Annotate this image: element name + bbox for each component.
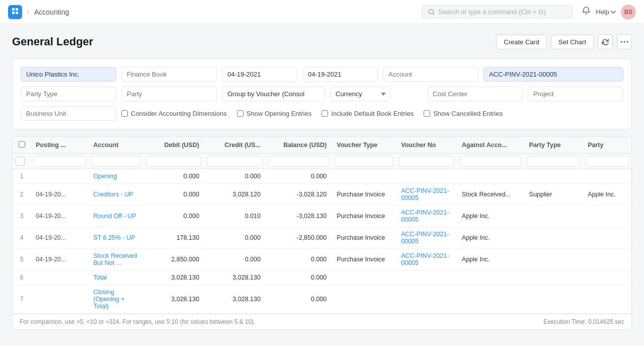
row-debit: 0.000 bbox=[143, 169, 204, 184]
show-cancelled-checkbox[interactable] bbox=[424, 110, 430, 117]
row-voucher-no[interactable] bbox=[396, 270, 457, 285]
company-filter[interactable] bbox=[21, 67, 116, 82]
checkbox-row: Consider Accounting Dimensions Show Open… bbox=[121, 106, 623, 121]
row-debit: 0.000 bbox=[143, 205, 204, 227]
filter-voucher-type-input[interactable] bbox=[335, 156, 393, 167]
to-date-filter[interactable] bbox=[302, 67, 378, 82]
show-cancelled-checkbox-label[interactable]: Show Cancelled Entries bbox=[424, 110, 503, 117]
row-account[interactable]: ST 6.25% - UP bbox=[89, 227, 144, 249]
table-row: 6 Total 3,028.130 3,028.130 0.000 bbox=[13, 270, 631, 285]
business-unit-filter[interactable] bbox=[21, 106, 116, 121]
filter-voucher-no-input[interactable] bbox=[399, 156, 454, 167]
row-credit: 0.000 bbox=[204, 169, 266, 184]
row-party bbox=[583, 169, 631, 184]
row-voucher-no[interactable]: ACC-PINV-2021-00005 bbox=[396, 184, 457, 205]
row-credit: 3,028.130 bbox=[204, 270, 266, 285]
col-credit: Credit (US... bbox=[204, 137, 266, 154]
currency-filter[interactable]: Currency bbox=[330, 87, 390, 101]
global-search[interactable]: Search or type a command (Ctrl + G) bbox=[422, 5, 573, 19]
select-all-checkbox[interactable] bbox=[19, 141, 25, 148]
svg-point-5 bbox=[621, 41, 622, 43]
filter-voucher-no-col bbox=[396, 154, 457, 169]
include-default-checkbox-label[interactable]: Include Default Book Entries bbox=[321, 110, 414, 117]
row-voucher-no[interactable] bbox=[396, 285, 457, 314]
row-party-type bbox=[524, 169, 583, 184]
filter-credit-input[interactable] bbox=[207, 156, 263, 167]
more-options-button[interactable] bbox=[617, 34, 632, 49]
row-voucher-no[interactable] bbox=[396, 169, 457, 184]
row-balance: 0.000 bbox=[266, 270, 332, 285]
row-account[interactable]: Round Off - UP bbox=[89, 205, 144, 227]
row-num: 3 bbox=[13, 205, 31, 227]
row-num: 7 bbox=[13, 285, 31, 314]
filter-credit-col bbox=[204, 154, 266, 169]
project-filter[interactable] bbox=[528, 87, 623, 101]
nav-actions: Help BS bbox=[582, 5, 636, 20]
col-debit: Debit (USD) bbox=[143, 137, 204, 154]
svg-point-6 bbox=[624, 41, 625, 43]
main-page: General Ledger Create Card Set Chart bbox=[0, 24, 644, 346]
row-against-acco bbox=[457, 169, 524, 184]
row-party-type bbox=[524, 285, 583, 314]
filter-posting-input[interactable] bbox=[34, 156, 86, 167]
notifications-bell[interactable] bbox=[582, 6, 591, 18]
consider-accounting-checkbox[interactable] bbox=[121, 110, 128, 117]
show-opening-checkbox[interactable] bbox=[237, 110, 244, 117]
svg-rect-2 bbox=[12, 12, 15, 14]
consider-accounting-checkbox-label[interactable]: Consider Accounting Dimensions bbox=[121, 110, 227, 117]
row-voucher-no[interactable]: ACC-PINV-2021-00005 bbox=[396, 205, 457, 227]
set-chart-button[interactable]: Set Chart bbox=[551, 35, 594, 49]
account-filter[interactable] bbox=[383, 67, 478, 82]
cost-center-filter[interactable] bbox=[427, 87, 523, 101]
svg-point-7 bbox=[627, 41, 628, 43]
refresh-button[interactable] bbox=[598, 34, 613, 49]
row-posting bbox=[31, 270, 89, 285]
row-voucher-no[interactable]: ACC-PINV-2021-00005 bbox=[396, 249, 457, 270]
group-by-filter[interactable] bbox=[222, 87, 325, 101]
help-menu[interactable]: Help bbox=[596, 8, 616, 16]
create-card-button[interactable]: Create Card bbox=[496, 35, 547, 49]
row-balance: 0.000 bbox=[266, 249, 332, 270]
row-account[interactable]: Opening bbox=[89, 169, 144, 184]
filter-debit-input[interactable] bbox=[146, 156, 201, 167]
row-account[interactable]: Closing (Opening + Total) bbox=[89, 285, 144, 314]
row-voucher-no[interactable]: ACC-PINV-2021-00005 bbox=[396, 227, 457, 249]
filter-against-input[interactable] bbox=[460, 156, 521, 167]
party-type-filter[interactable] bbox=[21, 87, 116, 101]
svg-rect-1 bbox=[16, 8, 18, 11]
breadcrumb-chevron: › bbox=[27, 9, 29, 16]
row-balance: 0.000 bbox=[266, 285, 332, 314]
table-row: 1 Opening 0.000 0.000 0.000 bbox=[13, 169, 631, 184]
filter-balance-col bbox=[266, 154, 332, 169]
filter-account-input[interactable] bbox=[92, 156, 141, 167]
row-posting bbox=[31, 169, 89, 184]
col-checkbox bbox=[13, 137, 31, 154]
table-filter-inputs-row bbox=[13, 154, 631, 169]
row-num: 6 bbox=[13, 270, 31, 285]
user-avatar[interactable]: BS bbox=[621, 5, 636, 20]
row-num: 4 bbox=[13, 227, 31, 249]
page-header: General Ledger Create Card Set Chart bbox=[12, 34, 632, 49]
row-party: Apple Inc. bbox=[583, 184, 631, 205]
finance-book-filter[interactable] bbox=[121, 67, 217, 82]
row-credit: 3,028.120 bbox=[204, 184, 266, 205]
row-account[interactable]: Creditors - UP bbox=[89, 184, 144, 205]
row-balance: 0.000 bbox=[266, 169, 332, 184]
col-against-acco: Against Acco... bbox=[457, 137, 524, 154]
voucher-no-filter[interactable] bbox=[484, 67, 623, 82]
include-default-checkbox[interactable] bbox=[321, 110, 328, 117]
party-filter[interactable] bbox=[121, 87, 217, 101]
row-balance: -3,028.120 bbox=[266, 184, 332, 205]
row-party bbox=[583, 227, 631, 249]
page-title: General Ledger bbox=[12, 35, 93, 48]
filter-balance-input[interactable] bbox=[269, 156, 329, 167]
show-opening-checkbox-label[interactable]: Show Opening Entries bbox=[237, 110, 311, 117]
row-posting: 04-19-20... bbox=[31, 184, 89, 205]
row-account[interactable]: Total bbox=[89, 270, 144, 285]
row-posting: 04-19-20... bbox=[31, 249, 89, 270]
row-account[interactable]: Stock Received But Not ... bbox=[89, 249, 144, 270]
filter-party-input[interactable] bbox=[586, 156, 628, 167]
filter-party-type-input[interactable] bbox=[527, 156, 580, 167]
search-icon bbox=[428, 9, 435, 16]
from-date-filter[interactable] bbox=[222, 67, 297, 82]
